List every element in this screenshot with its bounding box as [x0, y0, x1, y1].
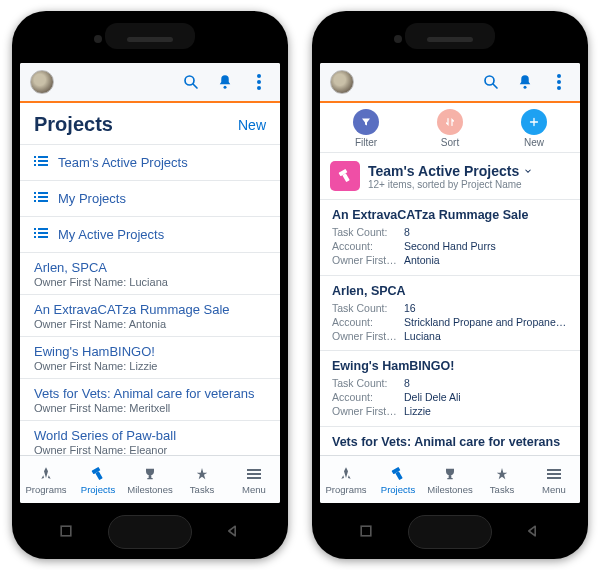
recent-apps-softkey[interactable] — [358, 523, 376, 541]
overflow-icon[interactable] — [548, 71, 570, 93]
svg-rect-9 — [38, 164, 48, 166]
svg-point-25 — [485, 76, 494, 85]
card-title: Vets for Vets: Animal care for veterans — [332, 435, 568, 449]
record-sub: Owner First Name: Lizzie — [34, 360, 266, 372]
nav-label: Menu — [242, 484, 266, 495]
recent-apps-softkey[interactable] — [58, 523, 76, 541]
field-label: Owner First… — [332, 253, 404, 267]
field-label: Owner First… — [332, 404, 404, 418]
record-sub: Owner First Name: Eleanor — [34, 444, 266, 455]
avatar[interactable] — [30, 70, 54, 94]
record-item[interactable]: Ewing's HamBINGO! Owner First Name: Lizz… — [20, 336, 280, 378]
content-area: Filter Sort New — [320, 103, 580, 455]
list-sub: 12+ items, sorted by Project Name — [368, 179, 533, 190]
nav-tasks[interactable]: Tasks — [476, 456, 528, 503]
view-label: My Projects — [58, 191, 126, 206]
nav-programs[interactable]: Programs — [320, 456, 372, 503]
list-view-my-active[interactable]: My Active Projects — [20, 216, 280, 252]
field-label: Account: — [332, 390, 404, 404]
content-area: Projects New Team's Active Projects My P… — [20, 103, 280, 455]
svg-point-1 — [185, 76, 194, 85]
field-value: Lizzie — [404, 404, 568, 418]
phone-right: Filter Sort New — [312, 11, 588, 559]
svg-rect-11 — [34, 196, 36, 198]
filter-action[interactable]: Filter — [353, 109, 379, 148]
list-view-my-projects[interactable]: My Projects — [20, 180, 280, 216]
record-item[interactable]: Vets for Vets: Animal care for veterans … — [20, 378, 280, 420]
view-label: Team's Active Projects — [58, 155, 188, 170]
chevron-down-icon — [523, 166, 533, 176]
list-icon — [34, 227, 48, 242]
nav-projects[interactable]: Projects — [372, 456, 424, 503]
list-header[interactable]: Team's Active Projects 12+ items, sorted… — [320, 153, 580, 200]
bottom-nav: Programs Projects Milestones Tasks Menu — [20, 455, 280, 503]
action-row: Filter Sort New — [320, 103, 580, 153]
top-bar — [320, 63, 580, 103]
new-link[interactable]: New — [238, 117, 266, 133]
page-header: Projects New — [20, 103, 280, 144]
record-item[interactable]: World Series of Paw-ball Owner First Nam… — [20, 420, 280, 455]
field-value: Strickland Propane and Propane … — [404, 315, 568, 329]
svg-rect-17 — [34, 232, 36, 234]
record-item[interactable]: Arlen, SPCA Owner First Name: Luciana — [20, 252, 280, 294]
nav-tasks[interactable]: Tasks — [176, 456, 228, 503]
home-button[interactable] — [108, 515, 192, 549]
record-item[interactable]: An ExtravaCATza Rummage Sale Owner First… — [20, 294, 280, 336]
action-label: Sort — [441, 137, 459, 148]
svg-rect-7 — [38, 156, 48, 158]
bell-icon[interactable] — [514, 71, 536, 93]
svg-rect-12 — [34, 200, 36, 202]
card-title: Ewing's HamBINGO! — [332, 359, 568, 373]
plane-icon — [194, 465, 210, 483]
back-softkey[interactable] — [524, 523, 542, 541]
record-card[interactable]: An ExtravaCATza Rummage Sale Task Count:… — [320, 200, 580, 276]
phone-left: Projects New Team's Active Projects My P… — [12, 11, 288, 559]
new-action[interactable]: New — [521, 109, 547, 148]
bell-icon[interactable] — [214, 71, 236, 93]
flashlight-icon — [90, 465, 106, 483]
field-label: Account: — [332, 239, 404, 253]
nav-menu[interactable]: Menu — [528, 456, 580, 503]
record-title: Vets for Vets: Animal care for veterans — [34, 386, 266, 401]
svg-rect-13 — [38, 192, 48, 194]
record-title: An ExtravaCATza Rummage Sale — [34, 302, 266, 317]
nav-milestones[interactable]: Milestones — [424, 456, 476, 503]
overflow-icon[interactable] — [248, 71, 270, 93]
field-label: Task Count: — [332, 376, 404, 390]
nav-label: Milestones — [127, 484, 172, 495]
nav-label: Programs — [325, 484, 366, 495]
field-value: Deli Dele Ali — [404, 390, 568, 404]
list-view-teams-active[interactable]: Team's Active Projects — [20, 144, 280, 180]
view-label: My Active Projects — [58, 227, 164, 242]
trophy-icon — [442, 465, 458, 483]
field-label: Owner First… — [332, 329, 404, 343]
svg-rect-19 — [38, 228, 48, 230]
list-title: Team's Active Projects — [368, 163, 519, 179]
nav-label: Projects — [381, 484, 415, 495]
sort-action[interactable]: Sort — [437, 109, 463, 148]
home-button[interactable] — [408, 515, 492, 549]
svg-line-26 — [493, 84, 497, 88]
field-value: 8 — [404, 376, 568, 390]
action-label: Filter — [355, 137, 377, 148]
plane-icon — [494, 465, 510, 483]
trophy-icon — [142, 465, 158, 483]
record-card[interactable]: Ewing's HamBINGO! Task Count:8 Account:D… — [320, 351, 580, 427]
nav-milestones[interactable]: Milestones — [124, 456, 176, 503]
screen-projects-home: Projects New Team's Active Projects My P… — [20, 63, 280, 503]
back-softkey[interactable] — [224, 523, 242, 541]
card-title: An ExtravaCATza Rummage Sale — [332, 208, 568, 222]
record-card[interactable]: Vets for Vets: Animal care for veterans … — [320, 427, 580, 455]
nav-menu[interactable]: Menu — [228, 456, 280, 503]
nav-label: Programs — [25, 484, 66, 495]
svg-line-2 — [193, 84, 197, 88]
search-icon[interactable] — [180, 71, 202, 93]
nav-projects[interactable]: Projects — [72, 456, 124, 503]
record-card[interactable]: Arlen, SPCA Task Count:16 Account:Strick… — [320, 276, 580, 352]
nav-programs[interactable]: Programs — [20, 456, 72, 503]
flashlight-icon — [390, 465, 406, 483]
avatar[interactable] — [330, 70, 354, 94]
search-icon[interactable] — [480, 71, 502, 93]
plus-icon — [521, 109, 547, 135]
record-sub: Owner First Name: Meritxell — [34, 402, 266, 414]
